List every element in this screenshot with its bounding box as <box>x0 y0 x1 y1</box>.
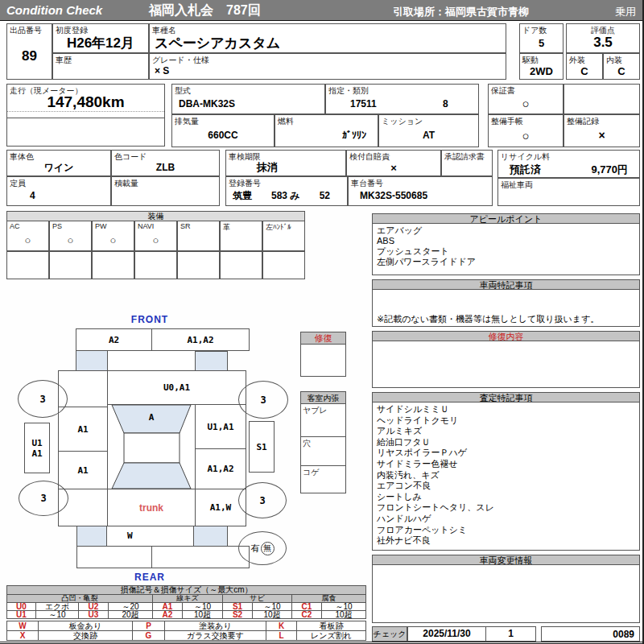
assessment-item: サイドミラー色褪せ <box>377 459 635 470</box>
class-number: 17511 <box>350 98 377 109</box>
score-label: 評価点 <box>567 25 639 36</box>
panel-rear-bumper-right <box>151 546 250 568</box>
appeal-points-header: アピールポイント <box>372 213 640 224</box>
repair-content-header: 修復内容 <box>372 331 640 341</box>
color-code-cell: 色コード ZLB <box>111 150 220 176</box>
model-code-value: DBA-MK32S <box>172 93 324 114</box>
vehicle-usage: 乗用 <box>615 5 636 19</box>
equipment-empty-cell <box>134 251 177 279</box>
rear-left-corner <box>76 526 107 547</box>
rear-right-corner <box>193 526 228 547</box>
equipment-cell-ac: AC ○ <box>6 221 49 251</box>
equipment-empty-cell <box>177 251 220 279</box>
history-cell: 車歴 <box>52 53 149 80</box>
legend-code-x: X <box>6 630 39 641</box>
presence-no-circled: 無 <box>261 542 275 555</box>
assessment-item: フロアカーペットシミ <box>377 525 635 536</box>
equipment-label: PS <box>52 222 62 230</box>
panel-front-bumper-left: A2 <box>76 328 152 351</box>
class-sub-number: 8 <box>443 98 448 109</box>
equipment-label: NAVI <box>138 222 154 230</box>
model-name-label: 車種名 <box>152 25 176 36</box>
plate-number-label: 登録番号 <box>229 178 261 189</box>
transmission-value: AT <box>379 124 478 147</box>
equipment-label: PW <box>95 222 107 230</box>
doors-cell: ドア数 5 <box>519 23 564 53</box>
panel-left-rear-door: A1 <box>58 451 108 489</box>
repair-mini-header: 修復 <box>300 332 346 345</box>
equipment-mark: ○ <box>7 230 48 250</box>
interior-tear-section: ヤブレ <box>301 404 345 436</box>
equipment-mark <box>178 230 219 250</box>
appeal-points-content: エアバッグ ABS プッシュスタート 左側パワースライドドア <box>372 224 640 275</box>
panel-left-front-door: A1 <box>58 407 108 452</box>
equipment-mark: ○ <box>135 230 176 250</box>
legend-code-a2: A2 <box>152 610 183 619</box>
legend-desc-g: ガラス交換要す <box>164 630 266 641</box>
left-sill-box: U1 A1 <box>24 423 50 473</box>
repair-content-body <box>372 341 640 388</box>
front-direction-label: FRONT <box>109 314 190 325</box>
brand-title: Condition Check <box>6 3 102 17</box>
body-color-label: 車体色 <box>10 151 34 163</box>
auction-title: 福岡入札会 787回 <box>149 2 261 19</box>
exterior-grade-label: 外装 <box>569 55 585 66</box>
equipment-cell-leather: 革 <box>220 221 262 251</box>
transmission-label: ミッション <box>382 116 423 127</box>
interior-grade-cell: 内装 C <box>603 53 640 80</box>
vin-label: 車台番号 <box>351 178 383 189</box>
equipment-mark: ○ <box>93 230 134 250</box>
legend-code-l: L <box>266 630 297 641</box>
drive-cell: 駆動 2WD <box>519 53 564 80</box>
grade-cell: グレード・仕様 × S <box>149 53 506 80</box>
fuel-label: 燃料 <box>278 116 294 127</box>
equipment-empty-cell <box>92 251 134 279</box>
vin-cell: 車台番号 MK32S-550685 <box>348 176 493 206</box>
panel-windshield: A <box>107 412 196 423</box>
insurance-cell: 検付自賠責 × <box>346 150 441 176</box>
maintenance-record-value: × <box>564 124 639 147</box>
fuel-cell: 燃料 ｶﾞｿﾘﾝ <box>275 114 378 147</box>
sheet-number: 0089 <box>542 627 639 641</box>
equipment-cell-ps: PS ○ <box>49 221 92 251</box>
score-cell: 評価点 3.5 <box>566 23 640 53</box>
class-cell: 指定・類別 17511 8 <box>325 84 479 114</box>
panel-right-front-door: U1,A1 <box>195 404 246 449</box>
assessment-notes-content: サイドシルミミＵ ヘッドライトクモリ アルミキズ 給油口フタＵ リヤスポイラーＰ… <box>372 402 640 551</box>
displacement-value: 660CC <box>172 124 274 147</box>
mileage-spacer <box>7 112 164 118</box>
check-count: 1 <box>486 627 535 641</box>
legend-code-s2: S2 <box>222 610 253 619</box>
maintenance-book-cell: 整備手帳 ○ <box>488 114 564 147</box>
warranty-cell: 保証書 ○ <box>488 84 564 114</box>
mileage-cell: 走行（現メーター） 147,480km <box>6 84 165 147</box>
welfare-vehicle-label: 福祉車両 <box>501 180 533 191</box>
equipment-label: SR <box>180 222 191 230</box>
right-sill-box: S1 <box>249 421 275 473</box>
legend-desc-u1: ～10 <box>35 610 79 619</box>
maintenance-book-value: ○ <box>489 124 563 147</box>
lot-number-value: 89 <box>7 33 52 79</box>
legend-code-u3: U3 <box>78 610 109 619</box>
lot-number-cell: 出品番号 89 <box>6 23 52 80</box>
equipment-mark: ○ <box>50 230 91 250</box>
displacement-label: 排気量 <box>175 116 199 127</box>
left-sill-code-bottom: A1 <box>31 448 42 459</box>
payload-cell: 積載量 <box>111 176 220 206</box>
fuel-value: ｶﾞｿﾘﾝ <box>275 124 378 147</box>
left-sill-code-top: U1 <box>31 438 42 448</box>
legend-desc-s2: 10超 <box>252 610 292 619</box>
lot-number-label: 出品番号 <box>10 25 42 36</box>
legend-desc-c2: 10超 <box>321 610 366 619</box>
equipment-mark <box>221 230 262 250</box>
displacement-cell: 排気量 660CC <box>171 114 275 147</box>
assessment-item: フロントシートヘタリ、スレ <box>377 502 635 514</box>
vehicle-notes-header: 車両特記事項 <box>372 279 640 290</box>
doors-label: ドア数 <box>522 25 547 36</box>
mileage-label: 走行（現メーター） <box>10 85 82 97</box>
sheet-number-cell: 0089 <box>541 626 640 642</box>
front-left-corner <box>76 350 108 371</box>
grade-label: グレード・仕様 <box>152 55 209 66</box>
exterior-grade-cell: 外装 C <box>566 53 603 80</box>
vehicle-notes-content: ※記載のない書類・機器等は無しとして取り扱います。 <box>372 290 640 327</box>
